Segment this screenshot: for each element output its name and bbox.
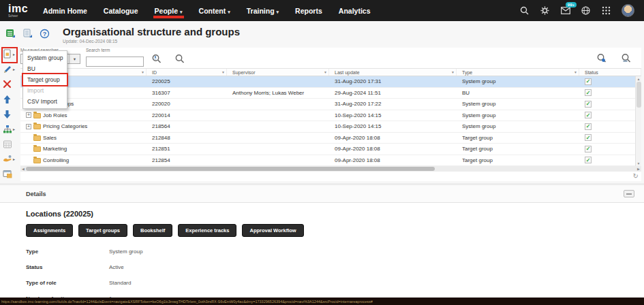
- language-globe-icon[interactable]: [581, 5, 591, 16]
- apps-grid-icon[interactable]: [601, 5, 611, 16]
- horizontal-scroll-thumb[interactable]: [26, 167, 435, 171]
- group-last-update: 09-Apr-2020 18:08: [329, 133, 457, 144]
- group-supervisor: [227, 133, 329, 144]
- org-chart-button[interactable]: ▸: [3, 124, 20, 134]
- nav-item-label: Content: [199, 7, 226, 15]
- imc-logo[interactable]: imc Scheer: [8, 3, 28, 18]
- column-header-status[interactable]: Status▼: [579, 69, 641, 76]
- table-row[interactable]: Marketing21285109-Apr-2020 18:08Target g…: [20, 144, 641, 155]
- export-report-icon[interactable]: [22, 29, 33, 39]
- group-id: 212848: [147, 133, 227, 144]
- search-options-icon[interactable]: [596, 53, 607, 64]
- table-row[interactable]: +Job Roles22001410-Sep-2020 14:15System …: [20, 110, 641, 122]
- imc-logo-subtext: Scheer: [8, 15, 28, 18]
- assign-supervisor-button[interactable]: ▸: [3, 154, 20, 164]
- expand-icon[interactable]: +: [26, 112, 31, 118]
- experience-tracks-button[interactable]: Experience tracks: [178, 224, 236, 237]
- refresh-icon[interactable]: ↻: [633, 173, 639, 180]
- bookshelf-button[interactable]: Bookshelf: [133, 224, 172, 237]
- nav-item-reports[interactable]: Reports: [295, 7, 322, 15]
- selected-group-title: Locations (220025): [26, 210, 618, 218]
- status-url-text: https://sandbox.imc-learning.com/ilu/cls…: [1, 300, 373, 304]
- messages-count-badge: 99+: [566, 2, 577, 7]
- user-avatar[interactable]: [622, 4, 634, 17]
- column-filter-icon[interactable]: ▼: [141, 70, 144, 74]
- menu-item-csv-import[interactable]: CSV Import: [23, 96, 67, 107]
- calendar-grid-button[interactable]: [3, 139, 20, 149]
- open-window-button[interactable]: [3, 169, 20, 179]
- help-icon[interactable]: ?: [40, 29, 50, 39]
- group-id: 220014: [147, 110, 227, 121]
- settings-gear-icon[interactable]: [540, 5, 550, 16]
- table-row[interactable]: Locations22002531-Aug-2020 17:31System g…: [20, 76, 641, 88]
- assignments-button[interactable]: Assignments: [26, 224, 73, 237]
- group-type: BU: [457, 88, 579, 99]
- export-excel-icon[interactable]: [5, 29, 16, 39]
- search-term-input[interactable]: [86, 57, 144, 67]
- nav-item-analytics[interactable]: Analytics: [339, 7, 371, 15]
- select-caret-icon[interactable]: ▼: [69, 54, 80, 63]
- nav-item-training[interactable]: Training▾: [247, 7, 279, 15]
- table-row[interactable]: 316307Anthony Morris; Lukas Weber29-Aug-…: [20, 88, 641, 99]
- scroll-up-icon[interactable]: ▲: [637, 77, 641, 81]
- messages-icon[interactable]: 99+: [560, 5, 570, 16]
- group-name: Pricing Categories: [43, 123, 87, 129]
- expand-icon[interactable]: +: [26, 124, 31, 129]
- collapse-details-button[interactable]: [624, 190, 634, 197]
- status-active-checkbox: ✓: [585, 101, 592, 108]
- column-filter-icon[interactable]: ▼: [324, 70, 327, 74]
- scroll-down-icon[interactable]: ▼: [637, 161, 641, 165]
- column-header-id[interactable]: ID▼: [147, 69, 227, 76]
- horizontal-scrollbar[interactable]: ◀ ▶: [20, 166, 641, 172]
- table-row[interactable]: Sales21284809-Apr-2020 18:08Target group…: [20, 133, 641, 144]
- group-supervisor: [227, 144, 329, 155]
- new-group-button[interactable]: ▸: [3, 49, 20, 59]
- page-update-timestamp: Update: 04-Dec-2024 08:15: [63, 39, 240, 44]
- nav-item-catalogue[interactable]: Catalogue: [104, 7, 138, 15]
- column-header-last-update[interactable]: Last update▼: [329, 69, 457, 76]
- delete-button[interactable]: [3, 79, 20, 89]
- field-label: Type of role: [26, 280, 109, 286]
- menu-item-target-group[interactable]: Target group: [23, 74, 67, 85]
- move-up-button[interactable]: [3, 94, 20, 104]
- menu-item-bu[interactable]: BU: [23, 63, 67, 74]
- group-supervisor: [227, 99, 329, 110]
- vertical-scrollbar[interactable]: ▲ ▼: [635, 76, 641, 166]
- column-filter-icon[interactable]: ▼: [574, 70, 577, 74]
- topbar-actions: 99+: [519, 4, 634, 17]
- nav-item-label: Reports: [295, 7, 322, 15]
- nav-item-admin-home[interactable]: Admin Home: [43, 7, 87, 15]
- table-row[interactable]: Controlling21285409-Apr-2020 18:08Target…: [20, 155, 641, 167]
- groups-table-panel: My saved searches ▼ Search term: [20, 48, 641, 181]
- save-search-icon[interactable]: [621, 53, 632, 64]
- column-filter-icon[interactable]: ▼: [451, 70, 455, 74]
- nav-item-people[interactable]: People▾: [155, 7, 183, 15]
- scroll-right-icon[interactable]: ▶: [636, 167, 641, 171]
- table-row[interactable]: +User Groups22002031-Aug-2020 17:22Syste…: [20, 99, 641, 110]
- new-group-caret-icon: ▸: [13, 52, 15, 57]
- column-filter-icon[interactable]: ▼: [221, 70, 225, 74]
- scroll-left-icon[interactable]: ◀: [20, 167, 26, 171]
- menu-item-system-group[interactable]: System group: [23, 52, 67, 63]
- group-supervisor: [227, 155, 329, 166]
- column-header-supervisor[interactable]: Supervisor▼: [227, 69, 329, 76]
- field-label: Status: [26, 264, 109, 270]
- user-search-icon[interactable]: [151, 54, 162, 65]
- move-down-button[interactable]: [3, 109, 20, 119]
- status-active-checkbox: ✓: [585, 112, 592, 118]
- run-search-icon[interactable]: [174, 54, 185, 65]
- vertical-scroll-thumb[interactable]: [637, 82, 641, 108]
- group-name: Controlling: [43, 157, 69, 163]
- approval-workflow-button[interactable]: Approval Workflow: [242, 224, 303, 237]
- nav-item-label: Training: [247, 7, 275, 15]
- table-row[interactable]: +Pricing Categories21856410-Sep-2020 14:…: [20, 121, 641, 133]
- group-last-update: 09-Apr-2020 18:08: [329, 144, 457, 155]
- group-name: Job Roles: [43, 112, 67, 118]
- edit-button[interactable]: ▸: [3, 64, 20, 74]
- search-icon[interactable]: [519, 5, 530, 16]
- details-header: Details: [0, 185, 644, 203]
- nav-item-content[interactable]: Content▾: [199, 7, 230, 15]
- column-header-label: ID: [152, 70, 157, 75]
- column-header-type[interactable]: Type▼: [457, 69, 579, 76]
- target-groups-button[interactable]: Target groups: [78, 224, 127, 237]
